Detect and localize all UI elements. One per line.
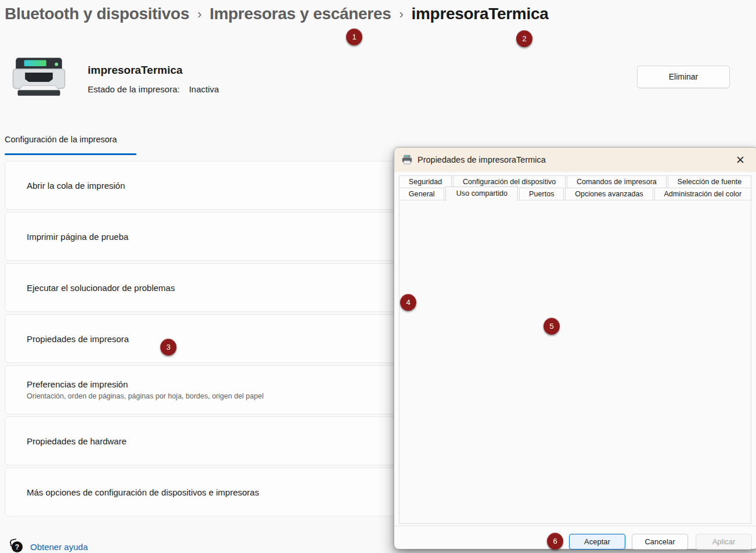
tab-printer-settings[interactable]: Configuración de la impresora xyxy=(5,135,117,144)
breadcrumb-item-current: impresoraTermica xyxy=(412,5,549,23)
breadcrumb: Bluetooth y dispositivos › Impresoras y … xyxy=(5,5,548,23)
printer-properties-dialog: Propiedades de impresoraTermica ✕ Seguri… xyxy=(394,147,756,548)
annotation-badge-6: 6 xyxy=(547,533,563,550)
dialog-tabrow-front: General Uso compartido Puertos Opciones … xyxy=(399,188,751,200)
sharing-tab-pane xyxy=(399,200,751,524)
tab-general[interactable]: General xyxy=(399,188,444,200)
tab-opciones-avanzadas[interactable]: Opciones avanzadas xyxy=(565,188,653,200)
close-icon[interactable]: ✕ xyxy=(733,153,747,167)
annotation-badge-3: 3 xyxy=(160,339,177,356)
cancel-button[interactable]: Cancelar xyxy=(632,534,688,550)
get-help-link[interactable]: Obtener ayuda xyxy=(30,542,88,552)
chevron-right-icon: › xyxy=(197,6,201,22)
apply-button[interactable]: Aplicar xyxy=(696,534,752,550)
dialog-title: Propiedades de impresoraTermica xyxy=(417,155,546,164)
tab-administracion-color[interactable]: Administración del color xyxy=(654,188,751,200)
dialog-titlebar: Propiedades de impresoraTermica ✕ xyxy=(394,148,756,172)
printer-status-label: Estado de la impresora: xyxy=(88,84,179,94)
dialog-tabrow-back: Seguridad Configuración del dispositivo … xyxy=(399,175,751,188)
delete-button[interactable]: Eliminar xyxy=(637,66,730,88)
tab-comandos-impresora[interactable]: Comandos de impresora xyxy=(567,175,667,188)
help-icon: ? xyxy=(12,541,23,552)
annotation-badge-4: 4 xyxy=(400,294,416,311)
tab-uso-compartido[interactable]: Uso compartido xyxy=(445,186,518,201)
annotation-badge-5: 5 xyxy=(543,318,560,335)
settings-page: Bluetooth y dispositivos › Impresoras y … xyxy=(0,0,756,553)
breadcrumb-item-bluetooth[interactable]: Bluetooth y dispositivos xyxy=(5,5,189,23)
ok-button[interactable]: Aceptar xyxy=(569,534,625,550)
page-title: impresoraTermica xyxy=(88,64,182,77)
printer-status-value: Inactiva xyxy=(189,84,219,94)
chevron-right-icon: › xyxy=(399,6,403,22)
dialog-printer-icon xyxy=(401,155,413,165)
printer-icon xyxy=(8,57,70,98)
tab-configuracion-dispositivo[interactable]: Configuración del dispositivo xyxy=(453,175,566,188)
dialog-footer: Aceptar Cancelar Aplicar xyxy=(394,526,756,549)
tab-seguridad[interactable]: Seguridad xyxy=(399,175,452,188)
tab-puertos[interactable]: Puertos xyxy=(519,188,564,200)
active-tab-underline xyxy=(5,153,136,155)
breadcrumb-item-printers[interactable]: Impresoras y escáneres xyxy=(210,5,391,23)
tab-seleccion-fuente[interactable]: Selección de fuente xyxy=(668,175,751,188)
get-help-row[interactable]: ? Obtener ayuda xyxy=(12,541,88,552)
printer-status: Estado de la impresora:Inactiva xyxy=(88,84,219,94)
annotation-badge-2: 2 xyxy=(516,30,532,47)
annotation-badge-1: 1 xyxy=(346,28,362,45)
